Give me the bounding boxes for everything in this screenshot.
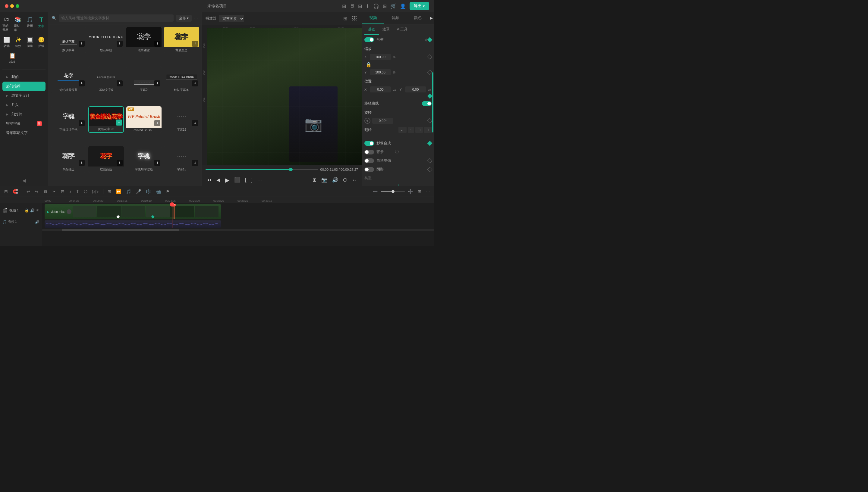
progress-handle[interactable] [289, 168, 292, 171]
play-button[interactable]: ▶ [224, 175, 231, 185]
prev-keyframe-button[interactable]: ◁ [424, 38, 427, 42]
headphone-icon[interactable]: 🎧 [373, 3, 379, 9]
skip-back-button[interactable]: ⏮ [206, 176, 213, 184]
grid-icon[interactable]: ⊞ [383, 3, 387, 9]
download-icon[interactable]: ⬇ [192, 41, 198, 47]
text-card-default-subtitle-bar[interactable]: YOUR TITLE HERE ⬇ 默认字幕条 [164, 67, 199, 93]
background-toggle[interactable] [365, 150, 374, 154]
quality-select[interactable]: 完整画质 高画质 中画质 低画质 [219, 15, 244, 22]
shadow-keyframe[interactable] [427, 167, 432, 172]
cut-button[interactable]: ✂ [51, 188, 58, 195]
text-card-red-outline[interactable]: 花字 ⬇ 红底白边 [88, 146, 123, 173]
text-card-subtitle2[interactable]: - - - - - - - - ⬇ 字幕2 [126, 67, 162, 93]
user-icon[interactable]: 👤 [400, 3, 406, 9]
text-card-zihu-font[interactable]: 字魂 ⬇ 字魂加字绽放 [126, 146, 162, 173]
more-tabs-button[interactable]: ▶ [429, 12, 434, 24]
delete-button[interactable]: 🗑 [42, 188, 49, 195]
shape-transform-toggle[interactable] [365, 37, 374, 42]
cart-icon[interactable]: 🛒 [390, 3, 396, 9]
keyframe-diamond[interactable] [427, 37, 432, 42]
track-mute-button[interactable]: 🔊 [30, 208, 35, 213]
more-controls-button[interactable]: ⋯ [256, 176, 263, 184]
subtab-basic[interactable]: 基础 [365, 24, 379, 35]
image-composite-toggle[interactable] [365, 141, 374, 146]
audio-track-button[interactable]: ♪ [68, 188, 73, 195]
download-icon[interactable]: ⬇ [79, 41, 85, 47]
text-card-subtitle15[interactable]: - - - - - ⬇ 字幕15 [164, 106, 199, 133]
scale-y-keyframe[interactable] [427, 70, 432, 75]
toolbar-material-lib[interactable]: 📚 素材库 [13, 15, 24, 34]
audio-mute-button[interactable]: 🔊 [35, 220, 40, 224]
download-icon[interactable]: ⬇ [117, 80, 123, 87]
more-tools-button[interactable]: ▷▷ [90, 188, 101, 195]
download-icon[interactable]: ⬇ [192, 160, 198, 166]
toolbar-sticker[interactable]: 😊 贴纸 [36, 34, 47, 50]
download-icon[interactable]: ⬇ [192, 120, 198, 126]
position-keyframe[interactable] [427, 94, 432, 99]
download-icon[interactable]: ⬇ [192, 80, 198, 87]
flip-extra1[interactable]: ⊡ [415, 127, 423, 133]
rotation-keyframe[interactable] [427, 118, 432, 123]
auto-enhance-toggle[interactable] [365, 158, 374, 163]
search-input[interactable] [59, 15, 173, 22]
close-button[interactable] [5, 4, 8, 8]
audio-clip[interactable] [45, 220, 221, 228]
sidebar-item-title-card[interactable]: ▶ 片头 [2, 100, 46, 109]
text-card-subtitle15b[interactable]: - - - - - ⬇ 字幕15 [164, 146, 199, 173]
sidebar-item-slideshow[interactable]: ▶ 幻灯片 [2, 109, 46, 119]
toolbar-audio[interactable]: 🎵 音频 [24, 15, 35, 34]
flip-extra2[interactable]: ⊟ [424, 127, 431, 133]
download-icon[interactable]: ⬇ [154, 160, 160, 166]
scale-y-input[interactable] [370, 69, 391, 75]
collapse-sidebar-button[interactable]: ◀ [20, 175, 28, 186]
speaker-button[interactable]: 🔊 [331, 176, 339, 184]
auto-enhance-keyframe[interactable] [427, 158, 432, 163]
more-button[interactable]: ··· [194, 15, 198, 21]
mark-out-button[interactable]: ] [250, 176, 254, 184]
shape-button[interactable]: ⬡ [82, 188, 89, 195]
subtab-ai-tools[interactable]: AI工具 [393, 24, 411, 35]
download-icon[interactable]: ⬇ [79, 160, 85, 166]
text-card-white-outline[interactable]: 花字 ⬇ 单白描边 [51, 146, 86, 173]
flip-h-button[interactable]: ↔ [398, 127, 406, 133]
download-icon[interactable]: ⬇ [117, 41, 123, 47]
playhead[interactable] [172, 204, 172, 228]
music-button[interactable]: 🎼 [144, 188, 153, 195]
image-composite-keyframe[interactable] [427, 141, 432, 146]
path-curve-toggle[interactable] [422, 101, 431, 106]
monitor-icon[interactable]: 🖥 [350, 3, 354, 9]
frame-back-button[interactable]: ◀ [215, 176, 221, 184]
text-timeline-button[interactable]: T [74, 188, 81, 195]
speed-button[interactable]: ⏩ [114, 188, 123, 195]
download-icon[interactable]: ⬇ [154, 80, 160, 87]
more-options-button[interactable]: ··· [424, 188, 431, 195]
zoom-out-button[interactable]: ➖ [371, 188, 379, 195]
photo-icon[interactable]: 🖼 [351, 15, 358, 23]
scrollbar-thumb[interactable] [62, 229, 179, 231]
toolbar-my-material[interactable]: 🗂 我的素材 [1, 15, 12, 34]
download-icon[interactable]: ⬇ [366, 3, 370, 9]
grid-view-icon[interactable]: ⊞ [342, 15, 348, 23]
toolbar-transition[interactable]: ⬜ 转场 [1, 34, 12, 50]
text-card-default-subtitle[interactable]: 默认字幕 ⬇ 默认字幕 [51, 27, 86, 53]
download-icon[interactable]: ⬇ [117, 160, 123, 166]
minimize-button[interactable] [10, 4, 14, 8]
position-x-input[interactable] [370, 87, 391, 93]
undo-button[interactable]: ↩ [25, 188, 32, 195]
clip-button[interactable]: ⊞ [106, 188, 113, 195]
export-button[interactable]: 导出 ▾ [409, 2, 429, 10]
camera-button[interactable]: 📷 [320, 176, 329, 184]
grid-options-button[interactable]: ⊞ [416, 188, 423, 195]
text-card-zihu-handwrite[interactable]: 字魂 ⬇ 字魂江汉手书 [51, 106, 86, 133]
pip-button[interactable]: ⬡ [342, 176, 348, 184]
text-card-basic-text6[interactable]: Lorem ipsum ⬇ 基础文字6 [88, 67, 123, 93]
sidebar-item-my[interactable]: ▶ 我的 [2, 72, 46, 81]
tab-color[interactable]: 颜色 [406, 12, 429, 24]
subtab-mask[interactable]: 遮罩 [379, 24, 393, 35]
timeline-scrollbar[interactable] [42, 229, 434, 231]
toolbar-text[interactable]: T 文字 [36, 15, 47, 34]
text-card-yellow-black[interactable]: 花字 ⬇ 黄底黑边 [164, 27, 199, 53]
text-card-painted-brush[interactable]: VIP Painted Brush VIP ⬇ Painted Brush ..… [126, 106, 162, 133]
filter-button[interactable]: 全部 ▾ [176, 15, 192, 22]
layout-icon[interactable]: ⊟ [358, 3, 362, 9]
